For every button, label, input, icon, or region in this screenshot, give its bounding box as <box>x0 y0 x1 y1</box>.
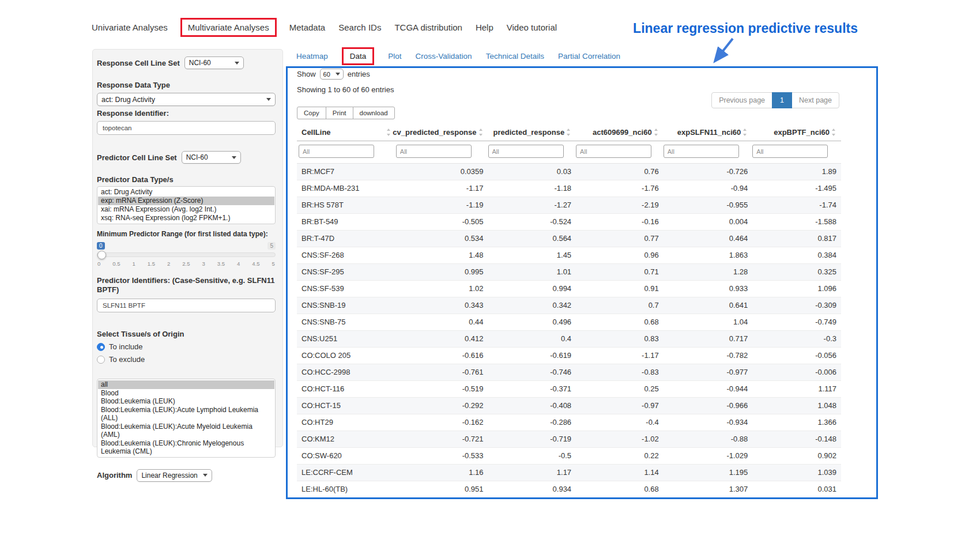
sort-arrows-icon[interactable] <box>831 129 836 136</box>
column-filter-input-expbptf-nci60[interactable] <box>752 145 828 158</box>
table-row[interactable]: BR:HS 578T-1.19-1.27-2.19-0.955-1.74 <box>297 197 841 214</box>
previous-page-button[interactable]: Previous page <box>711 92 772 108</box>
algorithm-select[interactable]: Linear Regression <box>137 469 212 482</box>
cell-value: 1.28 <box>664 264 753 281</box>
column-filter-input-cellline[interactable] <box>299 145 374 158</box>
table-row[interactable]: CNS:SF-5391.020.9940.910.9331.096 <box>297 281 841 297</box>
table-row[interactable]: CNS:U2510.4120.40.830.717-0.3 <box>297 331 841 348</box>
tissue-option-blood-leukemia-leuk-chronic-myelogenous-[interactable]: Blood:Leukemia (LEUK):Chronic Myelogenou… <box>98 439 274 456</box>
cell-value: -0.749 <box>752 314 841 331</box>
export-button-download[interactable]: download <box>353 107 395 119</box>
table-row[interactable]: CO:HCT-116-0.519-0.3710.25-0.9441.117 <box>297 381 841 398</box>
sort-arrows-icon[interactable] <box>386 129 391 136</box>
cell-value: -0.726 <box>664 164 753 180</box>
column-label: expSLFN11_nci60 <box>677 128 741 137</box>
cell-value: 0.564 <box>488 231 576 247</box>
table-filter-row <box>297 141 841 164</box>
tissue-option-all[interactable]: all <box>98 380 274 389</box>
cell-line-name: BR:HS 578T <box>297 197 396 214</box>
table-row[interactable]: BR:MDA-MB-231-1.17-1.18-1.76-0.94-1.495 <box>297 180 841 197</box>
cell-value: -1.029 <box>664 448 753 465</box>
nav-item-univariate-analyses[interactable]: Univariate Analyses <box>91 18 168 37</box>
table-row[interactable]: BR:T-47D0.5340.5640.770.4640.817 <box>297 231 841 247</box>
cell-value: -0.761 <box>396 364 488 381</box>
cell-value: 0.0359 <box>396 164 488 180</box>
response-data-type-select[interactable]: act: Drug Activity <box>97 93 276 106</box>
predictor-identifiers-label: Predictor Identifiers: (Case-Sensitive, … <box>97 276 276 295</box>
tissue-option-blood-leukemia-leuk-acute-lymphoid-leuke[interactable]: Blood:Leukemia (LEUK):Acute Lymphoid Leu… <box>98 406 274 422</box>
cell-value: 1.117 <box>752 381 841 398</box>
cell-value: 0.641 <box>664 297 753 314</box>
tab-heatmap[interactable]: Heatmap <box>296 47 328 65</box>
tissue-include-radio[interactable]: To include <box>97 342 276 351</box>
nav-item-video-tutorial[interactable]: Video tutorial <box>506 18 557 37</box>
cell-value: -1.17 <box>576 348 664 364</box>
column-header-cv-predicted-response[interactable]: cv_predicted_response <box>396 125 488 141</box>
column-header-expslfn11-nci60[interactable]: expSLFN11_nci60 <box>664 125 753 141</box>
table-row[interactable]: CO:SW-620-0.533-0.50.22-1.0290.902 <box>297 448 841 465</box>
annotation-title: Linear regression predictive results <box>633 21 858 36</box>
predictor-data-type-option-exp-mrna-expression-z-score[interactable]: exp: mRNA Expression (Z-Score) <box>98 197 274 205</box>
table-row[interactable]: CO:HCT-15-0.292-0.408-0.97-0.9661.048 <box>297 398 841 414</box>
column-header-predicted-response[interactable]: predicted_response <box>488 125 576 141</box>
nav-item-metadata[interactable]: Metadata <box>289 18 326 37</box>
tab-data[interactable]: Data <box>342 47 375 65</box>
tissue-option-blood-leukemia-leuk-acute-myeloid-leukem[interactable]: Blood:Leukemia (LEUK):Acute Myeloid Leuk… <box>98 422 274 439</box>
predictor-data-type-option-xai-mrna-expression-avg-log2-i[interactable]: xai: mRNA Expression (Avg. log2 Int.) <box>98 205 274 214</box>
cell-value: 1.307 <box>664 481 753 498</box>
nav-item-tcga-distribution[interactable]: TCGA distribution <box>394 18 463 37</box>
table-row[interactable]: LE:HL-60(TB)0.9510.9340.681.3070.031 <box>297 481 841 498</box>
tab-partial-correlation[interactable]: Partial Correlation <box>558 47 620 65</box>
column-header-expbptf-nci60[interactable]: expBPTF_nci60 <box>752 125 841 141</box>
column-filter-input-expslfn11-nci60[interactable] <box>664 145 739 158</box>
table-row[interactable]: CNS:SF-2681.481.450.961.8630.384 <box>297 247 841 264</box>
tab-plot[interactable]: Plot <box>388 47 401 65</box>
table-row[interactable]: CNS:SNB-190.3430.3420.70.641-0.309 <box>297 297 841 314</box>
predictor-cell-line-set-select[interactable]: NCI-60 <box>182 151 241 164</box>
table-row[interactable]: CNS:SNB-750.440.4960.681.04-0.749 <box>297 314 841 331</box>
export-button-copy[interactable]: Copy <box>297 107 326 119</box>
page-number-button[interactable]: 1 <box>772 92 792 108</box>
predictor-data-type-option-act-drug-activity[interactable]: act: Drug Activity <box>98 188 274 197</box>
predictor-data-type-option-xsq-rna-seq-expression-log2-fp[interactable]: xsq: RNA-seq Expression (log2 FPKM+1.) <box>98 214 274 222</box>
nav-item-help[interactable]: Help <box>475 18 494 37</box>
table-row[interactable]: CNS:SF-2950.9951.010.711.280.325 <box>297 264 841 281</box>
cell-value: 0.325 <box>752 264 841 281</box>
column-filter-input-act609699-nci60[interactable] <box>576 145 651 158</box>
table-row[interactable]: CO:KM12-0.721-0.719-1.02-0.88-0.148 <box>297 431 841 448</box>
table-row[interactable]: CO:HCC-2998-0.761-0.746-0.83-0.977-0.006 <box>297 364 841 381</box>
tab-cross-validation[interactable]: Cross-Validation <box>416 47 472 65</box>
nav-item-search-ids[interactable]: Search IDs <box>338 18 382 37</box>
entries-per-page-select[interactable]: 60 <box>320 69 344 80</box>
export-button-print[interactable]: Print <box>326 107 353 119</box>
table-row[interactable]: BR:MCF70.03590.030.76-0.7261.89 <box>297 164 841 180</box>
column-filter-input-cv-predicted-response[interactable] <box>396 145 472 158</box>
sort-arrows-icon[interactable] <box>742 129 748 136</box>
sort-arrows-icon[interactable] <box>654 129 659 136</box>
response-identifier-input[interactable] <box>97 121 276 135</box>
table-row[interactable]: BR:BT-549-0.505-0.524-0.160.004-1.588 <box>297 214 841 231</box>
cell-value: -0.371 <box>488 381 576 398</box>
predictor-identifiers-input[interactable] <box>97 299 276 312</box>
tissue-option-blood-leukemia-leuk[interactable]: Blood:Leukemia (LEUK) <box>98 397 274 406</box>
sort-arrows-icon[interactable] <box>566 129 571 136</box>
column-header-cellline[interactable]: CellLine <box>297 125 396 141</box>
table-row[interactable]: CO:COLO 205-0.616-0.619-1.17-0.782-0.056 <box>297 348 841 364</box>
table-row[interactable]: CO:HT29-0.162-0.286-0.4-0.9341.366 <box>297 414 841 431</box>
slider-track[interactable] <box>97 252 276 257</box>
nav-item-multivariate-analyses[interactable]: Multivariate Analyses <box>180 18 277 37</box>
tab-technical-details[interactable]: Technical Details <box>486 47 544 65</box>
column-filter-input-predicted-response[interactable] <box>488 145 564 158</box>
tissue-exclude-radio[interactable]: To exclude <box>97 355 276 364</box>
sort-arrows-icon[interactable] <box>478 129 484 136</box>
tissue-include-label: To include <box>109 342 143 351</box>
table-row[interactable]: LE:CCRF-CEM1.161.171.141.1951.039 <box>297 465 841 481</box>
cell-line-name: CNS:SF-539 <box>297 281 396 297</box>
response-cell-line-set-select[interactable]: NCI-60 <box>184 56 244 69</box>
tissue-option-blood[interactable]: Blood <box>98 389 274 398</box>
min-predictor-range-label: Minimum Predictor Range (for first liste… <box>97 230 276 239</box>
next-page-button[interactable]: Next page <box>791 92 839 108</box>
slider-handle[interactable] <box>97 251 106 259</box>
column-header-act609699-nci60[interactable]: act609699_nci60 <box>576 125 664 141</box>
cell-value: -0.966 <box>664 398 753 414</box>
